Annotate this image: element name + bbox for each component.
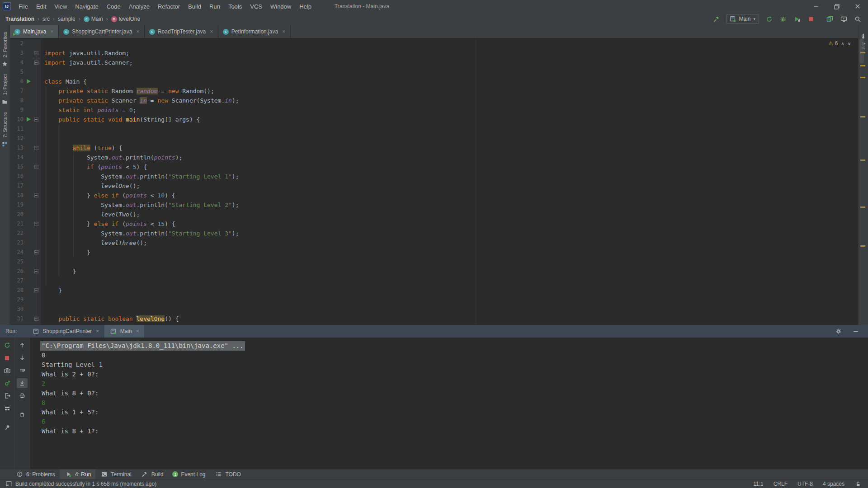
- inspection-widget[interactable]: ⚠ 6 ∧ ∨: [828, 40, 851, 47]
- breadcrumb-src[interactable]: src: [42, 16, 50, 22]
- line-separator[interactable]: CRLF: [774, 481, 788, 487]
- indent-setting[interactable]: 4 spaces: [823, 481, 844, 487]
- print-button[interactable]: [17, 391, 28, 401]
- run-button[interactable]: [765, 15, 773, 23]
- breadcrumb-translation[interactable]: Translation: [5, 16, 34, 22]
- next-occurrence-button[interactable]: [17, 353, 28, 363]
- warning-stripe-mark[interactable]: [860, 160, 865, 161]
- caret-position[interactable]: 11:1: [753, 481, 763, 487]
- close-tab-icon[interactable]: ✕: [210, 29, 213, 34]
- close-tab-icon[interactable]: ✕: [50, 29, 54, 34]
- editor-tab-shoppingcartprinter[interactable]: cShoppingCartPrinter.java✕: [59, 25, 145, 38]
- warning-stripe-mark[interactable]: [860, 245, 865, 247]
- editor-tab-main[interactable]: cMain.java✕: [10, 25, 59, 38]
- line-number: 14: [10, 153, 25, 162]
- menu-build[interactable]: Build: [184, 3, 205, 10]
- menu-navigate[interactable]: Navigate: [71, 3, 102, 10]
- menu-file[interactable]: File: [14, 3, 32, 10]
- run-tab-shoppingcartprinter[interactable]: ShoppingCartPrinter✕: [27, 325, 104, 338]
- windows-icon[interactable]: [826, 15, 834, 23]
- warning-stripe-mark[interactable]: [860, 116, 865, 117]
- toolwindow-terminal[interactable]: Terminal: [95, 469, 136, 479]
- stop-button[interactable]: [2, 353, 13, 363]
- thread-dump-button[interactable]: [2, 366, 13, 375]
- editor-tab-petinformation[interactable]: cPetInformation.java✕: [218, 25, 291, 38]
- next-warning-icon[interactable]: ∨: [848, 41, 851, 46]
- console-output[interactable]: "C:\Program Files\Java\jdk1.8.0_111\bin\…: [42, 341, 863, 436]
- close-tab-icon[interactable]: ✕: [96, 329, 99, 333]
- close-console-button[interactable]: [2, 391, 13, 401]
- lock-icon[interactable]: [854, 481, 861, 487]
- menu-edit[interactable]: Edit: [32, 3, 50, 10]
- scroll-to-end-button[interactable]: [17, 378, 28, 388]
- menu-code[interactable]: Code: [103, 3, 125, 10]
- stripe-structure[interactable]: 7: Structure: [1, 112, 9, 148]
- menu-refactor[interactable]: Refactor: [154, 3, 184, 10]
- stripe-favorites[interactable]: 2: Favorites: [1, 32, 9, 68]
- minimize-button[interactable]: [806, 0, 826, 13]
- toolwindow-event-log[interactable]: 1Event Log: [168, 469, 210, 479]
- gutter: 15: [10, 162, 41, 172]
- menu-help[interactable]: Help: [295, 3, 316, 10]
- editor-tab-bar: cMain.java✕cShoppingCartPrinter.java✕cRo…: [10, 25, 858, 38]
- breadcrumb-main[interactable]: cMain: [84, 16, 103, 22]
- build-hammer-icon[interactable]: [712, 15, 720, 23]
- toolwindow-run[interactable]: 4: Run: [60, 469, 95, 479]
- soft-wrap-button[interactable]: [17, 366, 28, 375]
- toolwindow-todo[interactable]: TODO: [210, 469, 245, 479]
- run-class-icon[interactable]: [27, 117, 31, 122]
- code-editor[interactable]: 23import java.util.Random;4import java.u…: [10, 38, 858, 325]
- code-line: 20 levelTwo();: [10, 210, 858, 219]
- warning-stripe-mark[interactable]: [860, 52, 865, 53]
- restore-layout-button[interactable]: [2, 404, 13, 413]
- gutter: 14: [10, 153, 41, 162]
- menu-vcs[interactable]: VCS: [246, 3, 266, 10]
- run-tab-main[interactable]: Main✕: [104, 325, 145, 338]
- pin-tab-button[interactable]: [2, 422, 13, 432]
- breadcrumb-levelone[interactable]: mlevelOne: [111, 16, 140, 22]
- breadcrumb-sample[interactable]: sample: [58, 16, 75, 22]
- stop-button[interactable]: [807, 15, 815, 23]
- editor-tab-roadtriptester[interactable]: cRoadTripTester.java✕: [145, 25, 218, 38]
- maximize-button[interactable]: [826, 0, 847, 13]
- gutter: 24: [10, 248, 41, 257]
- menu-analyze[interactable]: Analyze: [125, 3, 154, 10]
- close-tab-icon[interactable]: ✕: [136, 329, 140, 333]
- clear-all-button[interactable]: [17, 410, 28, 420]
- status-message[interactable]: Build completed successfully in 1 s 658 …: [15, 481, 156, 487]
- line-number: 22: [10, 229, 25, 238]
- rerun-button[interactable]: [2, 340, 13, 350]
- tool-window-toggle-icon[interactable]: [5, 481, 12, 487]
- run-with-coverage-icon[interactable]: [793, 15, 801, 23]
- prev-warning-icon[interactable]: ∧: [841, 41, 844, 46]
- close-tab-icon[interactable]: ✕: [282, 29, 286, 34]
- stripe-project[interactable]: 1: Project: [1, 74, 9, 105]
- editor-scrollbar[interactable]: [859, 39, 864, 63]
- search-icon[interactable]: [854, 15, 862, 23]
- toolwindow-build[interactable]: Build: [136, 469, 168, 479]
- menu-bar: FileEditViewNavigateCodeAnalyzeRefactorB…: [14, 3, 316, 10]
- run-config-select[interactable]: Main ▾: [726, 14, 759, 24]
- menu-run[interactable]: Run: [205, 3, 224, 10]
- attach-debugger-button[interactable]: [2, 378, 13, 388]
- gutter: 2: [10, 39, 41, 48]
- hide-panel-icon[interactable]: [852, 327, 860, 335]
- run-class-icon[interactable]: [27, 79, 31, 84]
- menu-tools[interactable]: Tools: [224, 3, 246, 10]
- menu-view[interactable]: View: [50, 3, 71, 10]
- close-button[interactable]: [847, 0, 868, 13]
- warning-stripe-mark[interactable]: [860, 77, 865, 78]
- prev-occurrence-button[interactable]: [17, 340, 28, 350]
- code-line: 5: [10, 67, 858, 77]
- toolwindow-problems[interactable]: 6: Problems: [11, 469, 60, 479]
- warning-stripe-mark[interactable]: [860, 65, 865, 66]
- file-encoding[interactable]: UTF-8: [797, 481, 813, 487]
- status-widgets: 11:1 CRLF UTF-8 4 spaces: [753, 481, 863, 487]
- monitor-run-icon[interactable]: [840, 15, 848, 23]
- settings-gear-icon[interactable]: [835, 327, 843, 335]
- warning-stripe-mark[interactable]: [860, 206, 865, 208]
- right-margin-line: [476, 38, 476, 325]
- menu-window[interactable]: Window: [266, 3, 295, 10]
- close-tab-icon[interactable]: ✕: [136, 29, 140, 34]
- debug-bug-icon[interactable]: [779, 15, 787, 23]
